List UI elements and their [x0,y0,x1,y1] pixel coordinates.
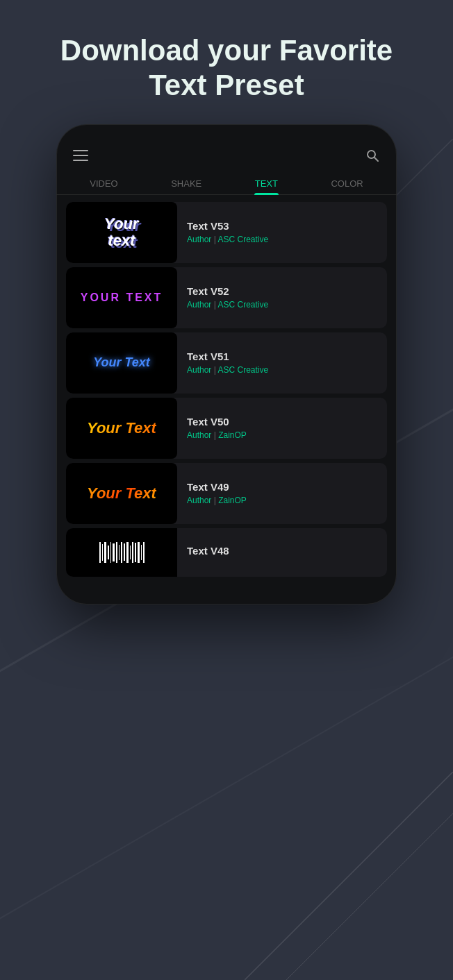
preset-name-v48: Text V48 [187,545,377,557]
preset-thumb-v48 [66,528,177,577]
preset-item-v52[interactable]: YOUR TEXT Text V52 Author | ASC Creative [66,267,387,328]
b4 [108,546,109,559]
b12 [130,546,131,559]
thumb-text-v52: YOUR TEXT [81,292,163,304]
barcode-graphic [99,542,145,563]
preset-author-v52: Author | ASC Creative [187,300,377,310]
author-label: Author [187,300,211,310]
b9 [121,542,122,563]
phone-mockup: VIDEO SHAKE TEXT COLOR Yourtext Text V53… [56,124,397,605]
thumb-text-v49: Your Text [87,484,156,502]
b7 [116,542,117,563]
author-name: ASC Creative [217,300,268,310]
preset-info-v48: Text V48 [177,545,387,559]
b14 [135,543,136,562]
b8 [119,545,120,560]
preset-info-v49: Text V49 Author | ZainOP [177,481,387,505]
preset-thumb-v50: Your Text [66,398,177,459]
search-button[interactable] [365,148,380,163]
b16 [141,545,142,560]
preset-item-v50[interactable]: Your Text Text V50 Author | ZainOP [66,398,387,459]
thumb-barcode-v48 [66,542,177,563]
b17 [143,542,145,563]
menu-line-2 [73,155,88,156]
phone-topbar [56,138,397,170]
page-title: Download your Favorite Text Preset [28,33,425,103]
b5 [110,542,111,563]
author-name: ASC Creative [217,235,268,244]
preset-name-v51: Text V51 [187,350,377,362]
thumb-text-v50: Your Text [87,419,156,437]
preset-name-v50: Text V50 [187,416,377,428]
thumb-text-v53: Yourtext [104,216,138,249]
preset-thumb-v52: YOUR TEXT [66,267,177,328]
author-label: Author [187,430,211,440]
b1 [99,542,101,563]
author-name: ASC Creative [217,365,268,375]
preset-name-v53: Text V53 [187,220,377,232]
preset-info-v52: Text V52 Author | ASC Creative [177,285,387,310]
preset-name-v52: Text V52 [187,285,377,297]
tab-video[interactable]: VIDEO [81,173,126,194]
preset-author-v49: Author | ZainOP [187,496,377,505]
preset-info-v53: Text V53 Author | ASC Creative [177,220,387,244]
tab-shake[interactable]: SHAKE [163,173,210,194]
menu-button[interactable] [73,150,88,161]
tab-color[interactable]: COLOR [322,173,371,194]
author-label: Author [187,235,211,244]
author-label: Author [187,365,211,375]
author-name: ZainOP [218,430,247,440]
preset-thumb-v49: Your Text [66,463,177,524]
b10 [124,543,125,561]
preset-item-v53[interactable]: Yourtext Text V53 Author | ASC Creative [66,202,387,263]
svg-line-1 [286,813,453,980]
preset-info-v51: Text V51 Author | ASC Creative [177,350,387,375]
b13 [132,542,133,563]
author-label: Author [187,496,211,505]
preset-author-v51: Author | ASC Creative [187,365,377,375]
hero-section: Download your Favorite Text Preset [0,0,453,124]
tab-bar: VIDEO SHAKE TEXT COLOR [56,170,397,195]
thumb-text-v51: Your Text [93,355,150,370]
preset-info-v50: Text V50 Author | ZainOP [177,416,387,440]
preset-author-v53: Author | ASC Creative [187,235,377,244]
b11 [126,542,129,563]
bg-svg-lines [245,772,453,980]
b6 [113,543,115,561]
preset-thumb-v53: Yourtext [66,202,177,263]
preset-item-v51[interactable]: Your Text Text V51 Author | ASC Creative [66,332,387,394]
author-name: ZainOP [218,496,247,505]
b15 [138,542,140,563]
menu-line-1 [73,150,88,151]
b3 [104,542,106,563]
preset-name-v49: Text V49 [187,481,377,493]
b2 [102,544,103,561]
svg-line-4 [374,158,378,161]
menu-line-3 [73,160,88,161]
svg-line-0 [245,772,453,980]
preset-item-v48[interactable]: Text V48 [66,528,387,577]
preset-list: Yourtext Text V53 Author | ASC Creative … [56,195,397,584]
preset-item-v49[interactable]: Your Text Text V49 Author | ZainOP [66,463,387,524]
preset-thumb-v51: Your Text [66,332,177,394]
preset-author-v50: Author | ZainOP [187,430,377,440]
tab-text[interactable]: TEXT [247,173,286,194]
